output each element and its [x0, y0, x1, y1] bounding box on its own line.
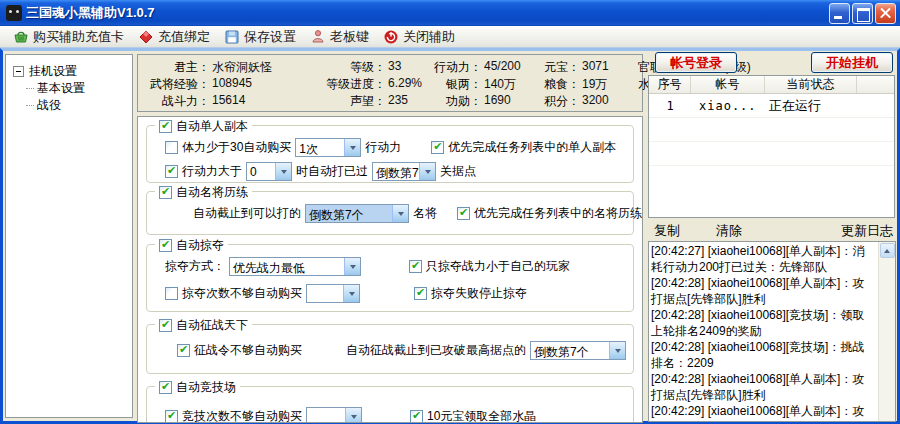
- basket-icon: [13, 29, 29, 45]
- only-weaker-checkbox[interactable]: [409, 260, 422, 273]
- app-icon: [6, 5, 22, 21]
- info-value: 19万: [580, 76, 632, 93]
- arena-buy-select[interactable]: [306, 407, 362, 423]
- log-line: [20:42:28] [xiaohei10068][竞技场]：领取上轮排名240…: [651, 307, 876, 339]
- group-title: 自动竞技场: [176, 379, 236, 396]
- chevron-down-icon[interactable]: [392, 205, 408, 222]
- claim-crystal-checkbox[interactable]: [410, 410, 423, 423]
- stamina-buy-checkbox[interactable]: [165, 141, 178, 154]
- toolbar: 购买辅助充值卡 充值绑定 保存设置 老板键 关闭辅助: [0, 26, 900, 48]
- table-row[interactable]: 1 xiao... 正在运行: [649, 94, 894, 118]
- chevron-down-icon[interactable]: [609, 342, 625, 359]
- select-value: 0: [247, 163, 275, 180]
- copy-button[interactable]: 复制: [654, 222, 680, 240]
- chevron-down-icon[interactable]: [344, 139, 360, 156]
- chevron-down-icon[interactable]: [343, 285, 359, 302]
- priority-single-dungeon-label: 优先完成任务列表中的单人副本: [448, 139, 616, 156]
- sidebar-item-campaign[interactable]: 战役: [13, 97, 128, 114]
- info-value: 水帘洞妖怪: [210, 59, 310, 76]
- plunder-mode-select[interactable]: 优先战力最低: [229, 257, 361, 276]
- log-panel: [20:42:27] [xiaohei10068][单人副本]：消耗行动力200…: [648, 241, 896, 422]
- app-window: 三国魂小黑辅助V1.0.7 购买辅助充值卡 充值绑定 保存设置 老板键 关闭辅助: [0, 0, 900, 424]
- plunder-buy-select[interactable]: [306, 284, 360, 303]
- auto-plunder-checkbox[interactable]: [159, 239, 172, 252]
- clear-button[interactable]: 清除: [716, 222, 742, 240]
- log-scrollbar[interactable]: [878, 242, 895, 421]
- plunder-buy-checkbox[interactable]: [165, 287, 178, 300]
- general-until-suffix: 名将: [413, 205, 437, 222]
- select-value: 1次: [296, 139, 344, 156]
- account-name: xiao...: [691, 99, 765, 113]
- save-settings-button[interactable]: 保存设置: [217, 27, 303, 47]
- action-power-threshold-select[interactable]: 0: [246, 162, 292, 181]
- sidebar-item-hangup-settings[interactable]: 挂机设置: [13, 63, 128, 80]
- log-actions: 复制 清除 更新日志: [648, 222, 895, 239]
- action-power-mid-label: 时自动打已过: [296, 163, 368, 180]
- header-account[interactable]: 帐号: [691, 76, 765, 93]
- header-status[interactable]: 当前状态: [765, 76, 857, 93]
- chevron-down-icon[interactable]: [345, 408, 361, 423]
- select-value: 倒数第7: [373, 163, 419, 180]
- info-value: 6.29%: [386, 76, 430, 93]
- save-icon: [224, 29, 240, 45]
- boss-key-label: 老板键: [330, 28, 369, 46]
- start-hangup-button[interactable]: 开始挂机: [811, 52, 893, 73]
- close-assist-button[interactable]: 关闭辅助: [376, 27, 462, 47]
- tree-collapse-icon[interactable]: [13, 66, 24, 77]
- update-log-button[interactable]: 更新日志: [841, 222, 893, 240]
- stop-on-fail-checkbox[interactable]: [414, 287, 427, 300]
- stamina-buy-count-select[interactable]: 1次: [295, 138, 361, 157]
- select-value: [307, 285, 343, 302]
- boss-key-icon: [310, 29, 326, 45]
- chevron-down-icon[interactable]: [419, 163, 435, 180]
- buy-card-button[interactable]: 购买辅助充值卡: [6, 27, 131, 47]
- tree-root-label: 挂机设置: [29, 63, 77, 80]
- action-power-suffix: 关据点: [440, 163, 476, 180]
- select-value: [307, 408, 345, 423]
- info-value: 1690: [482, 93, 540, 110]
- bind-recharge-button[interactable]: 充值绑定: [131, 27, 217, 47]
- general-until-label: 自动截止到可以打的: [193, 205, 301, 222]
- sidebar-item-basic-settings[interactable]: 基本设置: [13, 80, 128, 97]
- boss-key-button[interactable]: 老板键: [303, 27, 376, 47]
- info-label: 等级：: [310, 59, 386, 76]
- conquest-until-select[interactable]: 倒数第7个: [530, 341, 626, 360]
- sidebar: 挂机设置 基本设置 战役: [5, 54, 133, 418]
- action-power-label: 行动力大于: [182, 163, 242, 180]
- info-value: 108945: [210, 76, 310, 93]
- info-value: 33: [386, 59, 430, 76]
- auto-famous-general-checkbox[interactable]: [159, 186, 172, 199]
- log-line: [20:42:27] [xiaohei10068][单人副本]：消耗行动力200…: [651, 243, 876, 275]
- action-power-checkbox[interactable]: [165, 165, 178, 178]
- info-label: 功勋：: [430, 93, 482, 110]
- priority-famous-general-checkbox[interactable]: [457, 207, 470, 220]
- scroll-up-icon[interactable]: [880, 243, 895, 258]
- account-status: 正在运行: [765, 97, 857, 115]
- auto-single-dungeon-checkbox[interactable]: [159, 120, 172, 133]
- select-value: 优先战力最低: [230, 258, 344, 275]
- stamina-buy-suffix: 行动力: [365, 139, 401, 156]
- close-button[interactable]: [875, 3, 896, 24]
- header-index[interactable]: 序号: [649, 76, 691, 93]
- conquest-buy-checkbox[interactable]: [177, 344, 190, 357]
- auto-conquest-checkbox[interactable]: [159, 319, 172, 332]
- chevron-down-icon[interactable]: [344, 258, 360, 275]
- log-line: [20:42:28] [xiaohei10068][单人副本]：攻打据点[先锋部…: [651, 275, 876, 307]
- general-until-select[interactable]: 倒数第7个: [305, 204, 409, 223]
- account-login-button[interactable]: 帐号登录: [655, 52, 737, 73]
- header-filler: [857, 76, 894, 93]
- chevron-down-icon[interactable]: [275, 163, 291, 180]
- group-auto-single-dungeon: 自动单人副本 体力少于30自动购买 1次 行动力 优先完成任务列表中的单人副本 …: [146, 125, 634, 183]
- arena-buy-checkbox[interactable]: [165, 410, 178, 423]
- priority-single-dungeon-checkbox[interactable]: [431, 141, 444, 154]
- window-title: 三国魂小黑辅助V1.0.7: [26, 4, 827, 22]
- maximize-button[interactable]: [852, 3, 873, 24]
- tree-item-label: 基本设置: [37, 80, 85, 97]
- action-power-target-select[interactable]: 倒数第7: [372, 162, 436, 181]
- info-label: 行动力：: [430, 59, 482, 76]
- plunder-mode-label: 掠夺方式：: [165, 258, 225, 275]
- table-empty-row: [649, 118, 894, 142]
- tree-item-label: 战役: [37, 97, 61, 114]
- minimize-button[interactable]: [829, 3, 850, 24]
- auto-arena-checkbox[interactable]: [159, 381, 172, 394]
